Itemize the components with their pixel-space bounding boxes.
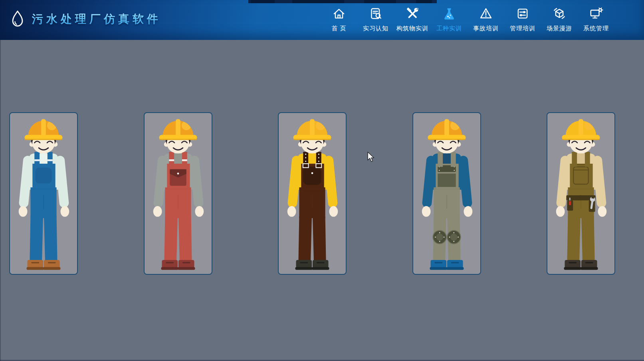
flask-icon <box>442 6 456 22</box>
main-nav: 首 页 实习认知 构筑物实训 工种实训 事故培训 管理培训 场景漫游 系统管理 <box>321 0 614 40</box>
practice-doc-icon <box>369 6 383 22</box>
nav-item-label: 实习认知 <box>363 25 388 32</box>
worker-olive-overalls-figure <box>413 113 480 274</box>
top-navigation-bar: 污水处理厂仿真软件 首 页 实习认知 构筑物实训 工种实训 事故培训 管理培训 … <box>0 0 644 40</box>
app-title: 污水处理厂仿真软件 <box>32 12 161 27</box>
app-logo: 污水处理厂仿真软件 <box>10 10 161 29</box>
worker-card-red[interactable] <box>144 112 212 275</box>
nav-item-8[interactable]: 系统管理 <box>578 0 614 40</box>
nav-item-label: 首 页 <box>331 25 346 32</box>
mouse-cursor <box>367 152 375 164</box>
worker-character-gallery <box>9 112 635 275</box>
nav-item-4[interactable]: 工种实训 <box>431 0 468 40</box>
worker-card-brown[interactable] <box>278 112 347 275</box>
nav-item-label: 场景漫游 <box>547 25 572 32</box>
nav-item-5[interactable]: 事故培训 <box>468 0 504 40</box>
nav-item-label: 工种实训 <box>436 25 462 32</box>
home-icon <box>332 6 346 22</box>
worker-blue-overalls-figure <box>10 113 77 274</box>
water-drop-icon <box>10 10 25 29</box>
sliders-icon <box>515 6 530 22</box>
nav-item-7[interactable]: 场景漫游 <box>541 0 578 40</box>
nav-item-6[interactable]: 管理培训 <box>504 0 541 40</box>
worker-brown-overalls-figure <box>279 113 346 274</box>
system-monitor-icon <box>589 6 603 22</box>
nav-item-label: 事故培训 <box>473 25 499 32</box>
cube-roam-icon <box>552 6 567 22</box>
nav-item-2[interactable]: 实习认知 <box>357 0 394 40</box>
crossed-tools-icon <box>405 6 420 22</box>
nav-item-label: 系统管理 <box>583 25 609 32</box>
nav-item-3[interactable]: 构筑物实训 <box>394 0 431 40</box>
worker-card-blue[interactable] <box>9 112 78 275</box>
warning-triangle-icon <box>479 6 493 22</box>
worker-red-overalls-figure <box>145 113 212 274</box>
worker-khaki-overalls-figure <box>547 113 614 274</box>
nav-item-1[interactable]: 首 页 <box>321 0 357 40</box>
nav-item-label: 管理培训 <box>510 25 535 32</box>
worker-card-khaki[interactable] <box>547 112 615 275</box>
left-edge-shade <box>0 40 1 361</box>
nav-item-label: 构筑物实训 <box>396 25 428 32</box>
worker-card-olive[interactable] <box>412 112 481 275</box>
